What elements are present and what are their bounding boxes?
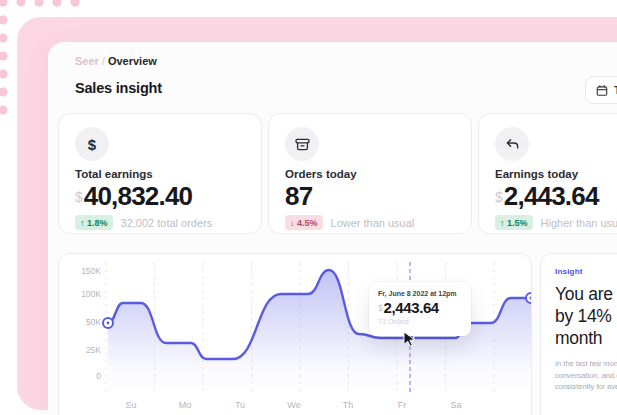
stat-footer: ↑ 1.8% 32,002 total orders [75, 215, 245, 230]
stat-value: 87 [285, 183, 455, 210]
stat-value: $2,443.64 [495, 183, 617, 210]
text-line: You are growing [555, 283, 617, 305]
period-select-button[interactable]: This week [585, 76, 617, 104]
stat-card-total-earnings: $ Total earnings $40,832.40 ↑ 1.8% 32,00… [58, 113, 262, 234]
trend-badge: ↑ 1.8% [75, 215, 113, 230]
insight-heading: You are growingby 14% in thismonth [555, 283, 617, 349]
text-line: In the last few months, your [555, 358, 617, 370]
decorative-dot-grid-top [0, 0, 86, 11]
chart-tooltip: Fr, June 8 2022 at 12pm $2,443.64 73 Ord… [369, 282, 471, 336]
orders-box-icon [285, 127, 319, 161]
breadcrumb-current: Overview [108, 55, 157, 67]
mouse-cursor-icon [403, 331, 416, 347]
stat-label: Total earnings [75, 168, 245, 180]
calendar-icon [596, 84, 608, 97]
breadcrumb-root[interactable]: Seer [75, 55, 99, 67]
currency-prefix: $ [75, 189, 83, 205]
stat-caption: 32,002 total orders [121, 217, 213, 229]
text-line: conversation, and clicks grew [555, 370, 617, 382]
insight-card: Insight You are growingby 14% in thismon… [540, 253, 617, 415]
text-line: consistently for average of [555, 381, 617, 393]
insight-label: Insight [555, 267, 617, 276]
currency-prefix: $ [495, 189, 503, 205]
tooltip-date: Fr, June 8 2022 at 12pm [378, 290, 462, 297]
stat-footer: ↓ 4.5% Lower than usual [285, 215, 455, 230]
endpoint-marker-dot [107, 322, 110, 325]
breadcrumb-separator: / [102, 55, 105, 67]
dollar-icon: $ [75, 127, 109, 161]
tooltip-orders: 73 Orders [378, 318, 462, 325]
text-line: by 14% in this [555, 305, 617, 327]
stat-value: $40,832.40 [75, 183, 245, 210]
insight-body: In the last few months, yourconversation… [555, 358, 617, 393]
stat-card-orders-today: Orders today 87 ↓ 4.5% Lower than usual [268, 113, 472, 234]
stat-card-earnings-today: Earnings today $2,443.64 ↑ 1.5% Higher t… [478, 113, 617, 234]
stats-row: $ Total earnings $40,832.40 ↑ 1.8% 32,00… [58, 113, 617, 234]
endpoint-marker [526, 293, 532, 303]
currency-prefix: $ [378, 303, 383, 313]
tooltip-value: $2,443.64 [378, 300, 462, 316]
page-title: Sales insight [75, 80, 162, 96]
stat-label: Orders today [285, 168, 455, 180]
stat-caption: Higher than usual [541, 217, 617, 229]
return-arrow-icon [495, 127, 529, 161]
dashboard-card: Seer/Overview Sales insight This week $ … [48, 42, 617, 415]
trend-badge: ↑ 1.5% [495, 215, 533, 230]
breadcrumb: Seer/Overview [75, 55, 157, 67]
stat-footer: ↑ 1.5% Higher than usual [495, 215, 617, 230]
trend-badge: ↓ 4.5% [285, 215, 323, 230]
text-line: month [555, 327, 617, 349]
sales-chart-card[interactable]: 150K100K50K25K0 SuMoTuWeThFrSa Fr, June … [58, 253, 532, 415]
stat-label: Earnings today [495, 168, 617, 180]
decorative-dot-grid-left [0, 11, 12, 121]
stat-caption: Lower than usual [331, 217, 415, 229]
